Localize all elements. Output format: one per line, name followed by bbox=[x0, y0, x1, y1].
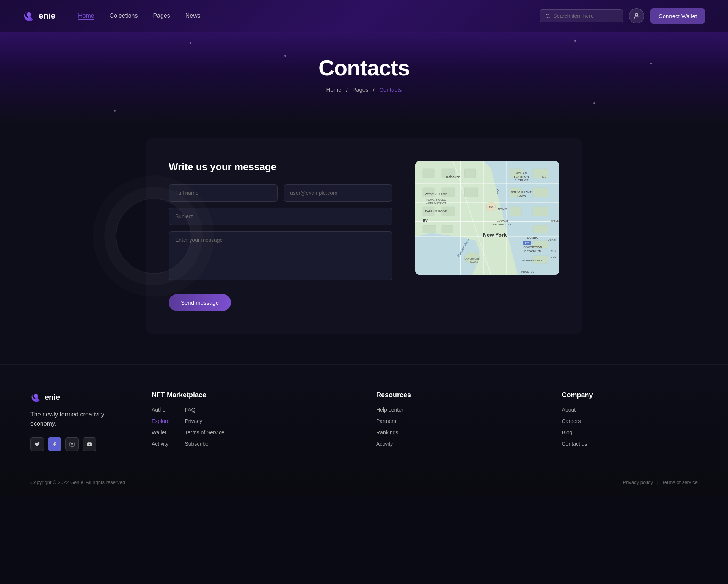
footer-terms-link[interactable]: Terms of service bbox=[662, 479, 698, 485]
svg-text:ISLAND: ISLAND bbox=[470, 261, 478, 263]
footer-nft-marketplace: NFT Marketplace Author Explore Wallet Ac… bbox=[152, 391, 346, 451]
user-icon-button[interactable] bbox=[629, 8, 644, 23]
social-facebook[interactable] bbox=[48, 437, 61, 451]
svg-text:ISL: ISL bbox=[542, 175, 547, 178]
footer-link-terms[interactable]: Terms of Service bbox=[185, 429, 224, 435]
footer-link-about[interactable]: About bbox=[562, 407, 698, 413]
message-group bbox=[169, 231, 392, 282]
footer-link-author[interactable]: Author bbox=[152, 407, 169, 413]
breadcrumb-home[interactable]: Home bbox=[326, 86, 342, 93]
form-row-name-email bbox=[169, 184, 392, 202]
footer-link-careers[interactable]: Careers bbox=[562, 418, 698, 424]
footer-link-wallet[interactable]: Wallet bbox=[152, 429, 169, 435]
subject-input[interactable] bbox=[169, 208, 392, 225]
deco-dot bbox=[574, 40, 576, 42]
deco-dot bbox=[284, 55, 286, 57]
deco-dot bbox=[114, 110, 116, 112]
svg-text:Ken: Ken bbox=[496, 189, 499, 194]
footer-link-resources-activity[interactable]: Activity bbox=[376, 441, 532, 447]
breadcrumb-current: Contacts bbox=[379, 86, 402, 93]
contact-card: Write us your message Send messa bbox=[146, 138, 582, 334]
nav-news[interactable]: News bbox=[185, 13, 201, 19]
breadcrumb: Home / Pages / Contacts bbox=[0, 86, 728, 93]
footer-brand: enie The newly formed creativity economy… bbox=[30, 391, 121, 451]
footer-company-title: Company bbox=[562, 391, 698, 399]
svg-text:GOVERNORS: GOVERNORS bbox=[464, 258, 479, 260]
footer-resources-links: Help center Partners Rankings Activity bbox=[376, 407, 532, 447]
social-twitter[interactable] bbox=[30, 437, 44, 451]
main-nav: Home Colections Pages News bbox=[78, 13, 540, 19]
footer-link-explore[interactable]: Explore bbox=[152, 418, 169, 424]
footer-nft-col2: FAQ Privacy Terms of Service Subscribe bbox=[185, 407, 224, 447]
svg-text:PAULUS HOOK: PAULUS HOOK bbox=[425, 210, 447, 213]
social-instagram[interactable] bbox=[65, 437, 79, 451]
footer-top: enie The newly formed creativity economy… bbox=[30, 391, 698, 451]
svg-point-0 bbox=[546, 14, 549, 17]
connect-wallet-button[interactable]: Connect Wallet bbox=[650, 8, 705, 24]
svg-rect-29 bbox=[423, 225, 436, 233]
svg-text:NOHO: NOHO bbox=[498, 208, 507, 211]
search-input[interactable] bbox=[553, 13, 617, 19]
contact-form: Write us your message Send messa bbox=[169, 161, 392, 311]
social-youtube[interactable] bbox=[83, 437, 96, 451]
footer-bottom: Copyright © 2022 Genie. All rights reser… bbox=[30, 470, 698, 485]
svg-text:WILLIAMS: WILLIAMS bbox=[551, 219, 559, 222]
svg-text:DISTRICT: DISTRICT bbox=[515, 178, 529, 182]
footer-divider: | bbox=[657, 479, 658, 485]
footer-privacy-link[interactable]: Privacy policy bbox=[623, 479, 653, 485]
email-input[interactable] bbox=[284, 184, 392, 202]
svg-rect-27 bbox=[510, 207, 521, 216]
deco-dot bbox=[593, 102, 595, 104]
svg-text:FLATIRON: FLATIRON bbox=[514, 175, 529, 178]
svg-text:278: 278 bbox=[525, 242, 529, 244]
footer-link-partners[interactable]: Partners bbox=[376, 418, 532, 424]
footer-link-subscribe[interactable]: Subscribe bbox=[185, 441, 224, 447]
svg-text:MANHATTAN: MANHATTAN bbox=[493, 223, 512, 226]
svg-text:Hoboken: Hoboken bbox=[446, 175, 461, 179]
footer-link-help[interactable]: Help center bbox=[376, 407, 532, 413]
nav-pages[interactable]: Pages bbox=[153, 13, 170, 19]
svg-text:STUYVESANT: STUYVESANT bbox=[511, 191, 531, 194]
footer-link-privacy[interactable]: Privacy bbox=[185, 418, 224, 424]
form-row-message bbox=[169, 231, 392, 282]
breadcrumb-pages[interactable]: Pages bbox=[352, 86, 369, 93]
svg-text:ity: ity bbox=[423, 218, 428, 222]
logo-icon bbox=[23, 9, 36, 23]
twitter-icon bbox=[35, 442, 40, 447]
footer-logo: enie bbox=[30, 391, 121, 403]
svg-text:New York: New York bbox=[483, 232, 507, 238]
footer-logo-icon bbox=[30, 391, 42, 403]
youtube-icon bbox=[87, 442, 92, 447]
instagram-icon bbox=[69, 442, 75, 447]
footer-link-rankings[interactable]: Rankings bbox=[376, 429, 532, 435]
send-message-button[interactable]: Send message bbox=[169, 294, 231, 311]
footer-link-activity[interactable]: Activity bbox=[152, 441, 169, 447]
footer-link-faq[interactable]: FAQ bbox=[185, 407, 224, 413]
svg-text:DUMBO: DUMBO bbox=[527, 236, 538, 240]
footer-resources: Resources Help center Partners Rankings … bbox=[376, 391, 532, 451]
svg-rect-15 bbox=[423, 169, 434, 178]
user-icon bbox=[633, 13, 640, 19]
footer-bottom-right: Privacy policy | Terms of service bbox=[623, 479, 698, 485]
message-textarea[interactable] bbox=[169, 231, 392, 280]
full-name-input[interactable] bbox=[169, 184, 278, 202]
search-icon bbox=[545, 13, 550, 19]
svg-rect-28 bbox=[533, 207, 548, 216]
nav-collections[interactable]: Colections bbox=[110, 13, 138, 19]
logo[interactable]: enie bbox=[23, 9, 55, 23]
svg-rect-24 bbox=[533, 188, 548, 197]
footer-resources-title: Resources bbox=[376, 391, 532, 399]
nav-home[interactable]: Home bbox=[78, 13, 94, 19]
full-name-group bbox=[169, 184, 278, 202]
footer-link-contact[interactable]: Contact us bbox=[562, 441, 698, 447]
footer-link-blog[interactable]: Blog bbox=[562, 429, 698, 435]
logo-text: enie bbox=[39, 11, 55, 21]
svg-text:NOMAD: NOMAD bbox=[516, 172, 527, 175]
svg-point-2 bbox=[635, 13, 638, 16]
page-title: Contacts bbox=[0, 55, 728, 80]
hero-section: Contacts Home / Pages / Contacts bbox=[0, 32, 728, 123]
svg-rect-30 bbox=[442, 225, 453, 233]
form-title: Write us your message bbox=[169, 161, 392, 173]
map-svg: 139 Hoboken NOMAD FLATIRON DISTRICT ISL … bbox=[415, 161, 559, 275]
svg-text:Part: Part bbox=[551, 249, 557, 253]
